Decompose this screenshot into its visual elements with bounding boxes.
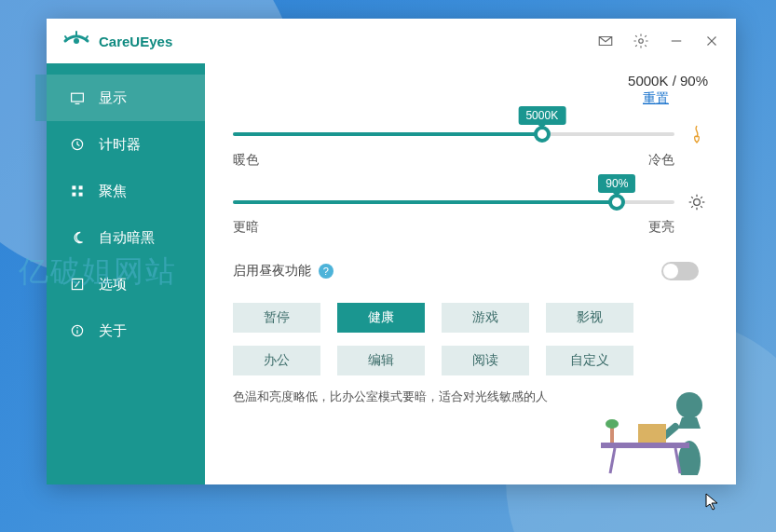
sidebar-item-timer[interactable]: 计时器 <box>47 121 205 168</box>
help-icon[interactable]: ? <box>319 264 334 279</box>
brightness-badge: 90% <box>598 174 635 193</box>
mode-game[interactable]: 游戏 <box>442 303 529 333</box>
svg-rect-9 <box>79 193 83 197</box>
info-icon <box>69 322 86 339</box>
app-title: CareUEyes <box>99 34 172 49</box>
temp-label-warm: 暖色 <box>233 152 259 169</box>
svg-rect-25 <box>601 443 689 448</box>
daynight-toggle[interactable] <box>661 262 699 280</box>
brightness-slider[interactable]: 90% <box>233 193 674 211</box>
display-icon <box>69 89 86 106</box>
app-logo: CareUEyes <box>61 26 172 56</box>
clock-icon <box>69 136 86 153</box>
svg-rect-8 <box>72 193 75 197</box>
status-text: 5000K / 90% <box>233 73 708 89</box>
mode-pause[interactable]: 暂停 <box>233 303 320 333</box>
brightness-thumb[interactable] <box>608 194 625 211</box>
sidebar-item-label: 计时器 <box>99 136 141 154</box>
mail-icon[interactable] <box>596 32 615 50</box>
sidebar-item-about[interactable]: 关于 <box>47 307 205 354</box>
brightness-slider-block: 90% 更暗 更亮 <box>233 193 708 236</box>
minimize-button[interactable] <box>667 32 686 50</box>
reset-link[interactable]: 重置 <box>233 90 669 107</box>
svg-line-26 <box>610 448 615 473</box>
sidebar-item-display[interactable]: 显示 <box>47 75 205 121</box>
temperature-thumb[interactable] <box>534 126 551 143</box>
svg-point-30 <box>606 419 619 429</box>
svg-rect-29 <box>610 427 614 443</box>
grid-icon <box>69 183 86 199</box>
mode-health[interactable]: 健康 <box>337 303 425 333</box>
mouse-cursor <box>705 493 720 512</box>
svg-point-0 <box>74 38 79 44</box>
sidebar-item-focus[interactable]: 聚焦 <box>47 168 205 214</box>
sidebar-item-label: 关于 <box>99 322 127 340</box>
svg-point-24 <box>676 392 702 418</box>
eye-logo-icon <box>61 26 91 56</box>
moon-icon <box>69 229 86 246</box>
svg-rect-28 <box>638 424 666 443</box>
sidebar-item-label: 显示 <box>99 89 127 107</box>
temp-label-cold: 冷色 <box>648 152 674 169</box>
svg-point-13 <box>76 327 78 329</box>
sidebar-item-label: 自动暗黑 <box>99 229 155 247</box>
sidebar-item-label: 聚焦 <box>99 183 127 200</box>
bright-label-dark: 更暗 <box>233 219 259 236</box>
svg-rect-7 <box>79 185 83 189</box>
watermark-text: 亿破姐网站 <box>19 252 177 293</box>
mode-movie[interactable]: 影视 <box>546 303 633 333</box>
svg-point-14 <box>694 199 701 206</box>
svg-line-19 <box>691 197 693 198</box>
svg-line-21 <box>691 206 693 208</box>
illustration <box>587 354 727 475</box>
svg-line-20 <box>701 206 702 208</box>
svg-rect-3 <box>72 93 84 102</box>
gear-icon[interactable] <box>632 32 650 50</box>
flame-icon <box>686 124 708 144</box>
mode-edit[interactable]: 编辑 <box>337 346 425 375</box>
temperature-badge: 5000K <box>518 106 565 125</box>
main-content: 5000K / 90% 重置 5000K 暖色 冷色 <box>205 63 736 484</box>
temperature-slider[interactable]: 5000K <box>233 125 674 143</box>
sun-icon <box>686 193 708 211</box>
daynight-label: 启用昼夜功能 ? <box>233 263 334 280</box>
svg-rect-6 <box>72 185 75 189</box>
close-button[interactable] <box>702 32 721 50</box>
svg-point-1 <box>639 39 644 44</box>
title-bar: CareUEyes <box>47 19 736 63</box>
svg-line-22 <box>701 197 702 198</box>
mode-office[interactable]: 办公 <box>233 346 320 375</box>
mode-read[interactable]: 阅读 <box>442 346 529 375</box>
bright-label-light: 更亮 <box>648 219 674 236</box>
temperature-slider-block: 5000K 暖色 冷色 <box>233 124 708 169</box>
